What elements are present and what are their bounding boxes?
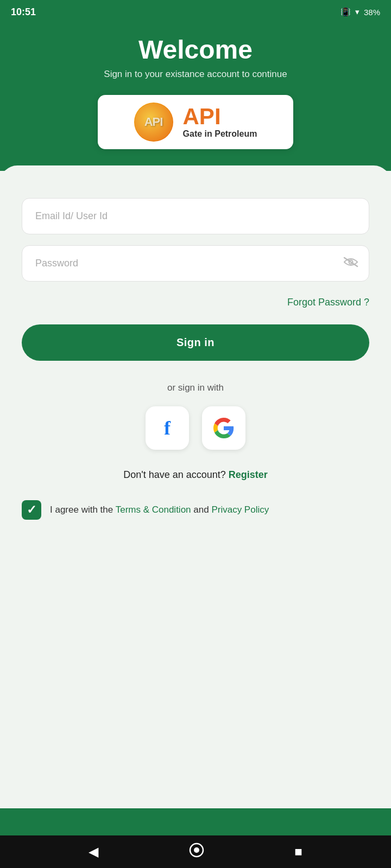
- signin-button[interactable]: Sign in: [22, 324, 369, 361]
- status-bar: 10:51 📳 ▾ 38%: [0, 0, 391, 24]
- password-wrapper: [22, 245, 369, 282]
- forgot-password-link[interactable]: Forgot Password ?: [287, 297, 369, 308]
- status-icons: 📳 ▾ 38%: [340, 7, 380, 17]
- content-section: Forgot Password ? Sign in or sign in wit…: [0, 165, 391, 808]
- facebook-icon: f: [164, 417, 171, 439]
- checkmark-icon: ✓: [27, 504, 36, 516]
- nav-recent-button[interactable]: ■: [294, 844, 302, 859]
- nav-back-button[interactable]: ◀: [89, 844, 98, 859]
- privacy-policy-link[interactable]: Privacy Policy: [211, 505, 269, 515]
- terms-condition-link[interactable]: Terms & Condition: [116, 505, 191, 515]
- logo-api-text: API: [183, 105, 221, 128]
- terms-text: I agree with the Terms & Condition and P…: [50, 503, 269, 517]
- email-input[interactable]: [22, 198, 369, 234]
- social-buttons: f: [22, 406, 369, 450]
- password-input[interactable]: [22, 245, 369, 282]
- bottom-green-bar: [0, 808, 391, 835]
- logo-circle-text: API: [144, 115, 163, 129]
- forgot-password-row: Forgot Password ?: [22, 297, 369, 308]
- vibrate-icon: 📳: [340, 7, 351, 17]
- toggle-password-icon[interactable]: [343, 257, 358, 271]
- logo-circle-inner: API: [135, 103, 173, 141]
- password-form-group: [22, 245, 369, 282]
- logo-circle-bg: API: [134, 103, 173, 142]
- page-title: Welcome: [16, 35, 375, 65]
- wifi-icon: ▾: [355, 7, 360, 17]
- svg-point-2: [194, 847, 199, 853]
- terms-checkbox[interactable]: ✓: [22, 500, 41, 520]
- header-section: Welcome Sign in to your existance accoun…: [0, 24, 391, 171]
- facebook-signin-button[interactable]: f: [146, 406, 189, 450]
- register-link[interactable]: Register: [229, 469, 268, 480]
- nav-home-button[interactable]: [189, 843, 204, 861]
- google-signin-button[interactable]: [202, 406, 245, 450]
- status-time: 10:51: [11, 7, 36, 18]
- register-row: Don't have an account? Register: [22, 469, 369, 481]
- or-divider: or sign in with: [22, 382, 369, 393]
- logo-tagline: Gate in Petroleum: [183, 129, 257, 139]
- google-icon: [213, 418, 234, 438]
- header-subtitle: Sign in to your existance account to con…: [16, 69, 375, 80]
- battery-icon: 38%: [364, 8, 380, 17]
- terms-prefix: I agree with the: [50, 505, 113, 515]
- android-nav-bar: ◀ ■: [0, 835, 391, 868]
- email-form-group: [22, 198, 369, 234]
- terms-row: ✓ I agree with the Terms & Condition and…: [22, 500, 369, 520]
- logo-text-group: API Gate in Petroleum: [183, 105, 257, 139]
- logo-card: API API Gate in Petroleum: [98, 95, 293, 149]
- no-account-text: Don't have an account?: [123, 469, 226, 480]
- terms-and-text: and: [193, 505, 209, 515]
